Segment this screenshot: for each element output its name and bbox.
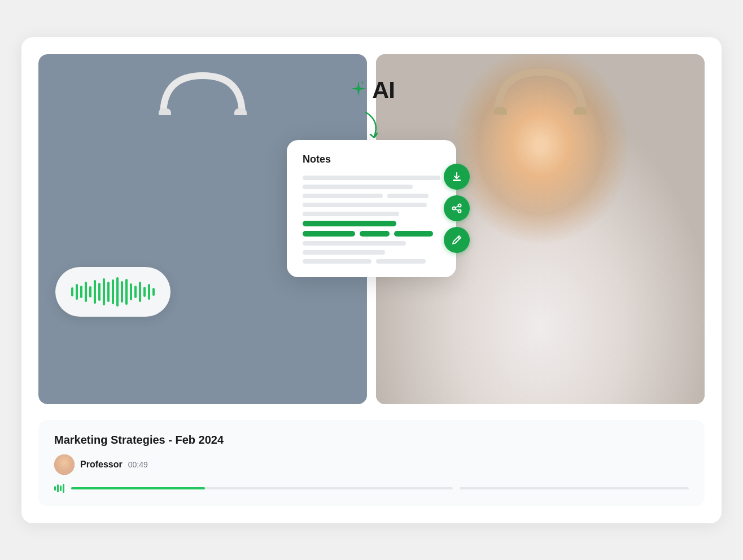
download-button[interactable] [444,164,470,190]
avatar-image [54,454,75,475]
wave-bar [71,287,73,296]
notes-card-title: Notes [303,154,440,165]
avatar [54,454,75,475]
progress-fill [71,487,205,489]
note-line [303,212,399,216]
svg-point-4 [453,207,456,210]
mini-wave-bar [54,486,56,491]
share-button[interactable] [444,195,470,221]
svg-rect-2 [493,107,507,115]
svg-line-7 [455,206,458,208]
center-overlay: AI Notes [287,77,456,277]
wave-bar [121,281,123,303]
ai-sparkle-icon [348,78,369,102]
recording-title: Marketing Strategies - Feb 2024 [54,434,689,447]
svg-rect-1 [234,108,247,115]
note-line-highlight [303,231,355,237]
note-line [303,259,372,264]
professor-name: Professor [80,460,123,470]
ai-arrow-icon [360,110,383,138]
edit-icon [451,234,462,246]
wave-bar [103,278,105,305]
wave-bar [98,283,100,301]
wave-bar [112,279,114,304]
wave-bar [76,284,78,300]
download-icon [451,171,462,182]
progress-track[interactable] [71,487,453,489]
share-icon [451,203,462,214]
wave-bar [134,286,137,298]
playback-row [54,484,689,493]
note-line [376,259,426,264]
note-line [303,241,406,246]
wave-bar [80,286,82,298]
wave-bar [143,287,146,297]
wave-bar [89,286,91,298]
recording-meta: Professor 00:49 [54,454,689,475]
wave-bar [85,282,87,302]
note-line [303,176,440,180]
note-line-highlight [303,221,396,226]
wave-bar [152,288,155,296]
main-card: AI Notes [21,37,722,523]
video-section: AI Notes [38,54,705,404]
headphones-left-icon [158,70,248,115]
mini-wave-bar [57,484,59,492]
playback-waveform [54,484,64,493]
note-line-highlight [360,231,390,237]
wave-bar [116,277,119,307]
svg-point-6 [458,210,461,213]
note-line [387,194,429,198]
mini-wave-bar [60,485,62,491]
action-buttons [444,164,470,253]
notes-lines [303,176,440,264]
note-line [303,250,385,255]
note-line-highlight [394,231,432,237]
svg-rect-3 [574,107,587,115]
wave-bar [107,282,110,302]
notes-card: Notes [287,140,456,277]
mini-wave-bar [63,484,64,493]
edit-button[interactable] [444,227,470,253]
bottom-section: Marketing Strategies - Feb 2024 Professo… [38,420,705,506]
note-line [303,185,413,189]
note-line [303,203,427,207]
note-line [303,194,383,198]
wave-bar [139,282,141,302]
headphones-right-icon [492,67,588,115]
wave-bar [130,283,132,300]
ai-text-label: AI [372,77,395,104]
wave-bar [148,284,150,300]
svg-line-8 [455,209,458,211]
recording-time: 00:49 [128,460,148,469]
svg-point-5 [458,204,461,207]
ai-label: AI [348,77,395,104]
svg-rect-0 [159,108,171,115]
progress-track-secondary[interactable] [460,487,689,489]
wave-bar [94,280,96,304]
waveform-bubble [55,267,171,317]
wave-bar [125,279,128,305]
